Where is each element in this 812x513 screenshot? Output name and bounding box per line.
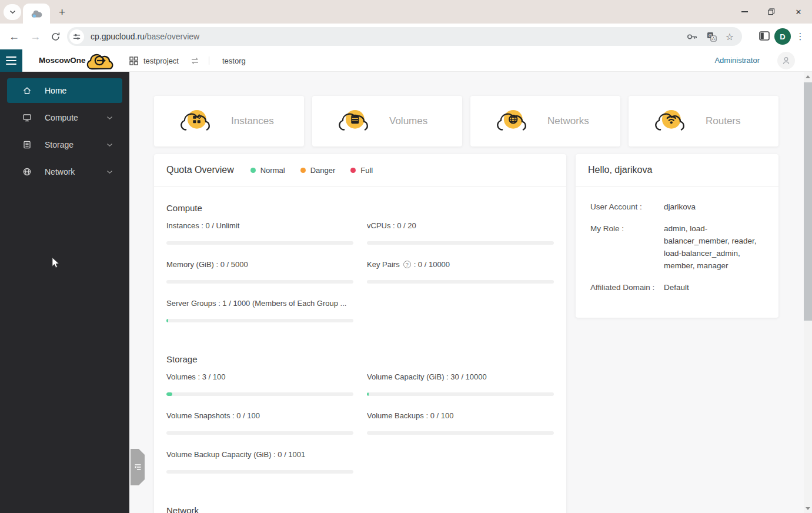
quota-progress-bar (166, 241, 353, 245)
quota-item-text: Volume Backups : 0 / 100 (367, 411, 453, 420)
quota-progress-bar (166, 431, 353, 435)
quota-section-title: Network (166, 505, 554, 513)
quota-item-label: Memory (GiB) : 0 / 5000 (166, 260, 353, 269)
url-text[interactable]: cp.gpucloud.ru/base/overview (91, 32, 687, 41)
quota-item-label: Volumes : 3 / 100 (166, 372, 353, 381)
url-bar[interactable]: cp.gpucloud.ru/base/overview GA ☆ (67, 27, 742, 46)
help-icon[interactable]: ? (403, 261, 411, 268)
project-name[interactable]: testproject (143, 56, 179, 65)
minimize-button[interactable] (731, 0, 758, 24)
browser-toolbar: ← → cp.gpucloud.ru/base/overview GA ☆ D … (0, 24, 812, 49)
site-settings-button[interactable] (69, 29, 84, 44)
side-panel-button[interactable] (759, 31, 770, 43)
restore-button[interactable] (758, 0, 785, 24)
sidebar-item-label: Network (45, 167, 75, 176)
quota-progress-bar (367, 392, 554, 396)
project-grid-icon[interactable] (129, 56, 138, 65)
chevron-down-icon (9, 10, 16, 14)
quota-grid: Volumes : 3 / 100Volume Capacity (GiB) :… (166, 372, 554, 489)
scrollbar-thumb[interactable] (804, 82, 812, 321)
instances-cloud-icon (179, 108, 212, 135)
svg-text:A: A (711, 36, 715, 41)
forward-button[interactable]: → (27, 28, 44, 45)
profile-field-label: User Account : (590, 201, 664, 213)
page-scrollbar[interactable] (804, 72, 812, 513)
quota-item: Volume Backup Capacity (GiB) : 0 / 1001 (166, 450, 353, 474)
quota-title: Quota Overview (166, 165, 234, 175)
quota-item-label: Volume Backup Capacity (GiB) : 0 / 1001 (166, 450, 353, 459)
quota-progress-bar (367, 431, 554, 435)
home-icon (22, 86, 32, 95)
legend-normal: Normal (250, 166, 285, 175)
organization-name[interactable]: testorg (222, 56, 246, 65)
quota-item: Key Pairs? : 0 / 10000 (367, 260, 554, 284)
quota-item-text: Memory (GiB) : 0 / 5000 (166, 260, 248, 269)
collapse-menu-icon (134, 464, 142, 471)
chevron-down-icon (106, 170, 113, 174)
legend-dot (300, 168, 306, 173)
quota-progress-fill (367, 392, 369, 396)
sidebar-item-label: Compute (45, 113, 78, 122)
browser-tab-strip: + ✕ (0, 0, 812, 24)
quota-progress-bar (367, 280, 554, 284)
switch-project-icon[interactable] (191, 57, 199, 65)
url-path: /base/overview (145, 32, 199, 41)
chevron-down-icon (106, 116, 113, 120)
quota-item-text: : 0 / 10000 (414, 260, 450, 269)
quota-progress-bar (166, 392, 353, 396)
service-card-volumes[interactable]: Volumes (312, 96, 462, 146)
reload-button[interactable] (47, 28, 64, 45)
sidebar-item-storage[interactable]: Storage (7, 132, 122, 157)
chevron-down-icon (106, 143, 113, 147)
browser-tab[interactable] (23, 4, 50, 24)
compute-icon (22, 113, 32, 122)
quota-progress-fill (166, 319, 168, 322)
sidebar-item-compute[interactable]: Compute (7, 105, 122, 130)
tab-search-button[interactable] (4, 4, 21, 20)
legend-dot (250, 168, 256, 173)
service-card-label: Routers (706, 115, 741, 127)
sidebar-item-network[interactable]: Network (7, 159, 122, 184)
quota-grid: Instances : 0 / UnlimitvCPUs : 0 / 20Mem… (166, 221, 554, 338)
quota-item-label: Volume Backups : 0 / 100 (367, 411, 554, 420)
service-card-networks[interactable]: Networks (470, 96, 620, 146)
password-key-icon[interactable] (687, 33, 698, 41)
service-card-routers[interactable]: Routers (629, 96, 778, 146)
scroll-down-arrow[interactable] (804, 504, 812, 513)
brand-name: MoscowOne (39, 49, 86, 72)
legend-full: Full (350, 166, 373, 175)
profile-field-value: Default (664, 281, 765, 294)
tune-icon (72, 32, 81, 41)
quota-item-label: Instances : 0 / Unlimit (166, 221, 353, 230)
menu-toggle-button[interactable] (0, 49, 22, 72)
profile-field-label: Affiliated Domain : (590, 281, 664, 294)
sidebar-item-label: Home (45, 86, 66, 95)
header-divider (209, 56, 209, 65)
user-avatar[interactable] (777, 52, 795, 69)
service-cards-row: InstancesVolumesNetworksRouters (154, 96, 778, 146)
service-card-instances[interactable]: Instances (154, 96, 304, 146)
quota-item: Volume Capacity (GiB) : 30 / 10000 (367, 372, 554, 396)
person-icon (781, 56, 791, 65)
legend-label: Full (360, 166, 373, 175)
network-icon (22, 167, 32, 176)
quota-item-label: Server Groups : 1 / 1000 (Members of Eac… (166, 299, 353, 308)
browser-menu-button[interactable]: ⋮ (793, 28, 807, 45)
sidebar-item-home[interactable]: Home (7, 78, 122, 103)
quota-section-title: Storage (166, 354, 554, 364)
service-card-label: Volumes (389, 115, 427, 127)
service-card-label: Instances (231, 115, 274, 127)
back-button[interactable]: ← (6, 28, 22, 45)
administrator-link[interactable]: Administrator (714, 49, 760, 72)
browser-profile-avatar[interactable]: D (774, 28, 791, 45)
bookmark-star-icon[interactable]: ☆ (726, 31, 734, 42)
sidebar-item-label: Storage (45, 140, 73, 149)
collapse-sidebar-handle[interactable] (131, 449, 145, 485)
networks-cloud-icon (495, 108, 528, 135)
profile-greeting: Hello, djarikova (588, 165, 652, 175)
close-button[interactable]: ✕ (785, 0, 812, 24)
scroll-up-arrow[interactable] (804, 72, 812, 81)
translate-icon[interactable]: GA (707, 32, 717, 42)
new-tab-button[interactable]: + (55, 5, 69, 19)
minimize-icon (741, 11, 748, 12)
